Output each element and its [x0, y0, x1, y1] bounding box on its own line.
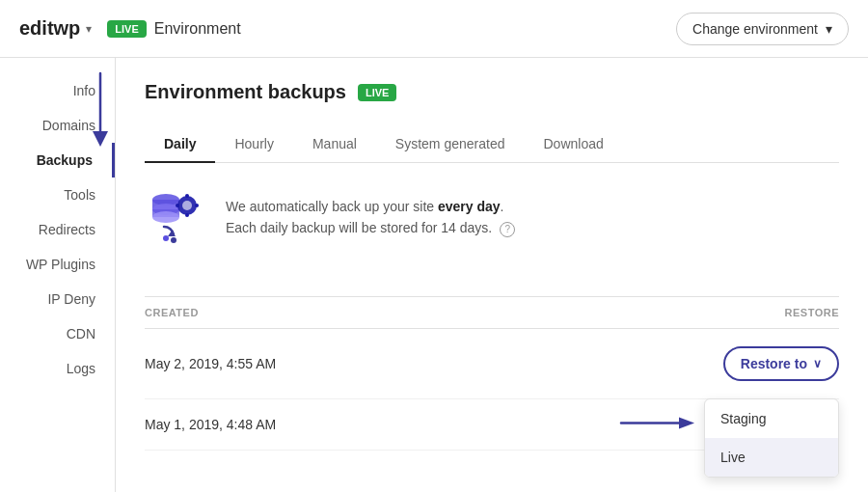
svg-point-10 — [176, 204, 179, 207]
tab-download[interactable]: Download — [524, 126, 622, 163]
col-restore-label: RESTORE — [785, 307, 839, 318]
header: editwp ▾ LIVE Environment Change environ… — [0, 0, 868, 58]
svg-point-11 — [195, 204, 199, 207]
environment-label: Environment — [154, 20, 241, 38]
backup-date-2: May 1, 2019, 4:48 AM — [145, 417, 276, 432]
backup-info-box: We automatically back up your site every… — [145, 186, 839, 267]
svg-point-7 — [182, 201, 192, 210]
page-title: Environment backups — [145, 81, 346, 103]
tab-system-generated[interactable]: System generated — [376, 126, 525, 163]
sidebar-item-redirects[interactable]: Redirects — [0, 212, 115, 247]
sidebar-item-logs[interactable]: Logs — [0, 351, 115, 386]
page-title-section: Environment backups LIVE — [145, 81, 839, 103]
sidebar-item-domains[interactable]: Domains — [0, 108, 115, 143]
sidebar-item-info[interactable]: Info — [0, 73, 115, 108]
restore-dropdown: Staging Live — [704, 398, 839, 478]
live-badge-header: LIVE — [107, 20, 146, 38]
change-environment-button[interactable]: Change environment ▾ — [676, 13, 849, 45]
dropdown-item-staging[interactable]: Staging — [705, 399, 838, 438]
sidebar-item-cdn[interactable]: CDN — [0, 316, 115, 351]
tab-daily[interactable]: Daily — [145, 126, 215, 163]
tabs-bar: Daily Hourly Manual System generated Dow… — [145, 126, 839, 163]
backup-icon — [145, 186, 206, 248]
live-badge-content: LIVE — [358, 84, 396, 101]
svg-point-13 — [163, 235, 169, 241]
tab-hourly[interactable]: Hourly — [215, 126, 292, 163]
svg-point-14 — [171, 237, 176, 243]
main-content: Environment backups LIVE Daily Hourly Ma… — [116, 58, 868, 492]
logo: editwp — [19, 17, 80, 40]
svg-marker-16 — [679, 418, 694, 429]
svg-point-9 — [185, 213, 189, 217]
help-icon[interactable]: ? — [500, 222, 515, 237]
table-header: CREATED RESTORE — [145, 296, 839, 329]
main-layout: Info Domains Backups Tools Redirects WP … — [0, 58, 868, 492]
logo-chevron-icon[interactable]: ▾ — [86, 22, 92, 36]
col-created-label: CREATED — [145, 307, 199, 318]
dropdown-item-live[interactable]: Live — [705, 438, 838, 477]
backup-description: We automatically back up your site every… — [226, 186, 515, 239]
sidebar: Info Domains Backups Tools Redirects WP … — [0, 58, 116, 492]
table-row: May 2, 2019, 4:55 AM Restore to ∨ Stagin… — [145, 329, 839, 399]
sidebar-item-wp-plugins[interactable]: WP Plugins — [0, 247, 115, 282]
backup-date-1: May 2, 2019, 4:55 AM — [145, 356, 276, 371]
chevron-down-icon: ∨ — [813, 357, 822, 370]
arrow-right-icon — [619, 412, 696, 438]
sidebar-item-backups[interactable]: Backups — [0, 143, 115, 178]
tab-manual[interactable]: Manual — [293, 126, 376, 163]
sidebar-item-ip-deny[interactable]: IP Deny — [0, 282, 115, 316]
restore-to-button-1[interactable]: Restore to ∨ — [723, 346, 839, 381]
svg-point-8 — [185, 194, 189, 198]
sidebar-item-tools[interactable]: Tools — [0, 178, 115, 212]
svg-point-5 — [152, 211, 179, 223]
